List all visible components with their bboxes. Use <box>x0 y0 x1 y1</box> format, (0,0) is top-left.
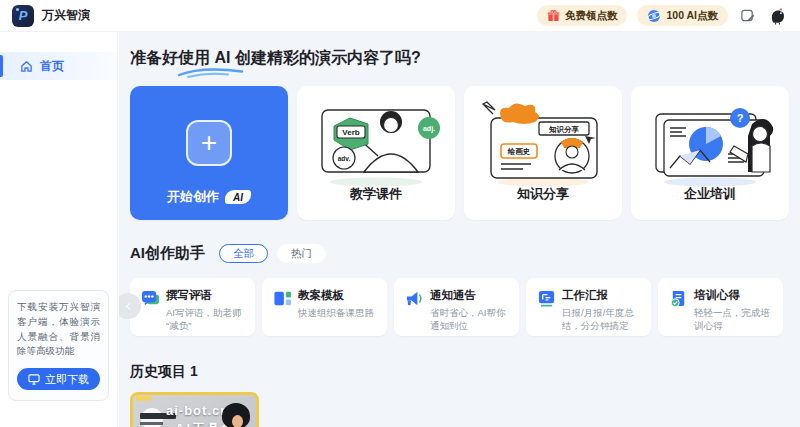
tab-hot[interactable]: 热门 <box>277 244 326 263</box>
download-button-label: 立即下载 <box>45 372 89 387</box>
assistant-card-desc: 日报/月报/年度总结，分分钟搞定 <box>562 306 641 333</box>
free-points-label: 免费领点数 <box>565 9 618 23</box>
plus-icon[interactable]: + <box>186 120 232 166</box>
download-promo: 下载安装万兴智演客户端，体验演示人景融合、背景消除等高级功能 立即下载 <box>8 290 109 401</box>
project-thumbnail[interactable]: ai-bot.cn AI工具集 ✿ ✿ ➤ <box>130 392 259 427</box>
scene-card-knowledge[interactable]: 知识分享 绘画史 知识分享 <box>464 86 622 220</box>
sidebar: 首页 下载安装万兴智演客户端，体验演示人景融合、背景消除等高级功能 立即下载 <box>0 32 118 427</box>
assistant-card-notice[interactable]: 通知通告 省时省心，AI帮你通知到位 <box>394 278 519 336</box>
svg-text:绘画史: 绘画史 <box>507 147 531 156</box>
assistant-card-template[interactable]: 教案模板 快速组织备课思路 <box>262 278 387 336</box>
tab-all[interactable]: 全部 <box>219 244 268 263</box>
assistant-tabs: 全部 热门 <box>219 244 326 263</box>
sidebar-item-home-label: 首页 <box>40 58 64 75</box>
report-icon <box>537 289 556 312</box>
svg-text:?: ? <box>737 112 744 124</box>
svg-text:adv.: adv. <box>338 155 351 162</box>
check-doc-icon <box>669 289 688 312</box>
page-title: 准备好使用 AI 创建精彩的演示内容了吗? <box>130 48 800 69</box>
history-section-title: 历史项目 1 <box>130 363 800 381</box>
brand: P 万兴智演 <box>12 5 90 27</box>
scene-card-training[interactable]: ? 企业培训 <box>631 86 789 220</box>
assistant-card-desc: 省时省心，AI帮你通知到位 <box>430 306 509 333</box>
svg-text:知识分享: 知识分享 <box>548 125 580 134</box>
assistant-card-title: 工作汇报 <box>562 288 641 303</box>
avatar[interactable] <box>766 5 788 27</box>
topbar-actions: 免费领点数 100 AI点数 <box>537 5 788 27</box>
swoosh-underline <box>176 67 252 78</box>
assistant-card-desc: 轻轻一点，完成培训心得 <box>694 306 773 333</box>
scene-card-teaching[interactable]: Verb adv. adj. 教学课件 <box>297 86 455 220</box>
assistant-section-header: AI创作助手 全部 热门 <box>130 244 800 263</box>
ai-coin-icon <box>647 9 661 23</box>
scene-card-training-label: 企业培训 <box>631 185 789 203</box>
monitor-download-icon <box>28 374 40 385</box>
presenter-figure <box>232 415 243 427</box>
ai-points-badge[interactable]: 100 AI点数 <box>637 5 728 26</box>
svg-text:adj.: adj. <box>423 125 435 133</box>
slide-subtitle-bar <box>140 422 163 425</box>
app-logo-icon[interactable]: P <box>12 5 34 27</box>
assistant-card-desc: 快速组织备课思路 <box>298 306 377 319</box>
assistant-card-title: 教案模板 <box>298 288 377 303</box>
assistant-card-training-notes[interactable]: 培训心得 轻轻一点，完成培训心得 <box>658 278 783 336</box>
ai-badge: AI <box>225 190 251 204</box>
main-content: 准备好使用 AI 创建精彩的演示内容了吗? + 开始创作 AI Ve <box>119 32 800 427</box>
teaching-illustration: Verb adv. adj. <box>306 96 446 188</box>
assistant-card-title: 撰写评语 <box>166 288 245 303</box>
rooster-avatar-icon <box>767 5 788 26</box>
thumbnail-tag <box>136 396 151 401</box>
sidebar-item-home[interactable]: 首页 <box>0 52 117 80</box>
training-illustration: ? <box>640 96 780 188</box>
app-name: 万兴智演 <box>42 7 90 24</box>
home-icon <box>20 60 33 73</box>
download-button[interactable]: 立即下载 <box>17 368 100 390</box>
assistant-card-comments[interactable]: 撰写评语 AI写评语，助老师“减负” <box>130 278 255 336</box>
scene-card-knowledge-label: 知识分享 <box>464 185 622 203</box>
megaphone-icon <box>405 289 424 312</box>
download-promo-text: 下载安装万兴智演客户端，体验演示人景融合、背景消除等高级功能 <box>17 300 100 359</box>
feedback-icon[interactable] <box>738 7 756 25</box>
knowledge-illustration: 知识分享 绘画史 <box>473 96 613 188</box>
assistant-card-title: 通知通告 <box>430 288 509 303</box>
comment-icon <box>141 289 160 312</box>
create-cards-row: + 开始创作 AI Verb adv. adj. <box>130 86 800 220</box>
free-points-button[interactable]: 免费领点数 <box>537 5 628 26</box>
ai-points-label: 100 AI点数 <box>666 9 718 23</box>
template-icon <box>273 289 292 312</box>
assistant-card-report[interactable]: 工作汇报 日报/月报/年度总结，分分钟搞定 <box>526 278 651 336</box>
watermark-text: ai-bot.cn <box>166 403 229 418</box>
assistant-card-title: 培训心得 <box>694 288 773 303</box>
gift-icon <box>547 9 560 22</box>
assistant-cards-row: 撰写评语 AI写评语，助老师“减负” 教案模板 快速组织备课思路 <box>130 278 790 336</box>
svg-text:Verb: Verb <box>342 128 359 137</box>
assistant-carousel: ‹ › 撰写评语 AI写评语，助老师“减负” <box>130 278 790 336</box>
assistant-section-title: AI创作助手 <box>130 244 205 263</box>
assistant-card-desc: AI写评语，助老师“减负” <box>166 306 245 333</box>
topbar: P 万兴智演 免费领点数 100 AI点数 <box>0 0 800 32</box>
start-create-card[interactable]: + 开始创作 AI <box>130 86 288 220</box>
scene-card-teaching-label: 教学课件 <box>297 185 455 203</box>
start-create-label: 开始创作 <box>167 188 219 206</box>
